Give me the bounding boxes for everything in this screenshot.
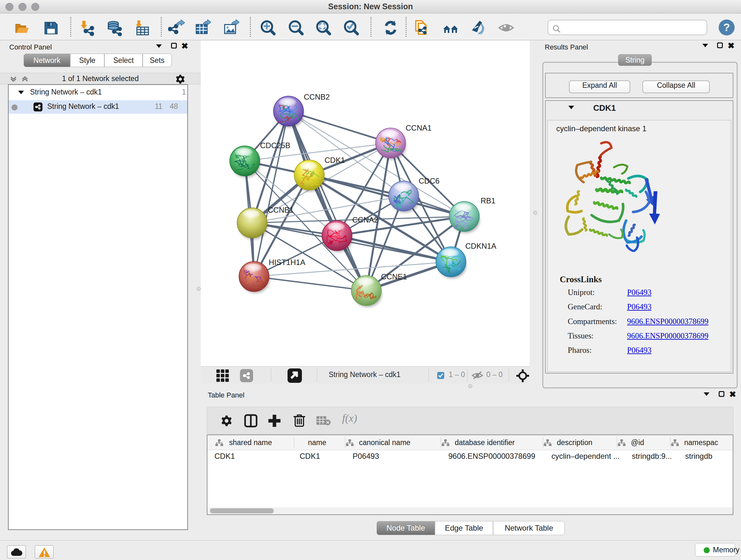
svg-text:CCNA2: CCNA2: [352, 215, 378, 224]
svg-text:CDK1: CDK1: [325, 156, 345, 165]
svg-text:CCNA1: CCNA1: [406, 124, 431, 132]
svg-text:CCNB2: CCNB2: [304, 92, 330, 101]
svg-text:CCNB1: CCNB1: [268, 206, 293, 214]
svg-text:CDC25B: CDC25B: [260, 141, 290, 150]
svg-text:HIST1H1A: HIST1H1A: [269, 258, 306, 266]
svg-text:RB1: RB1: [481, 196, 495, 205]
svg-text:CDC6: CDC6: [419, 177, 440, 185]
svg-text:CDKN1A: CDKN1A: [465, 242, 496, 250]
svg-text:CCNE1: CCNE1: [381, 272, 407, 281]
